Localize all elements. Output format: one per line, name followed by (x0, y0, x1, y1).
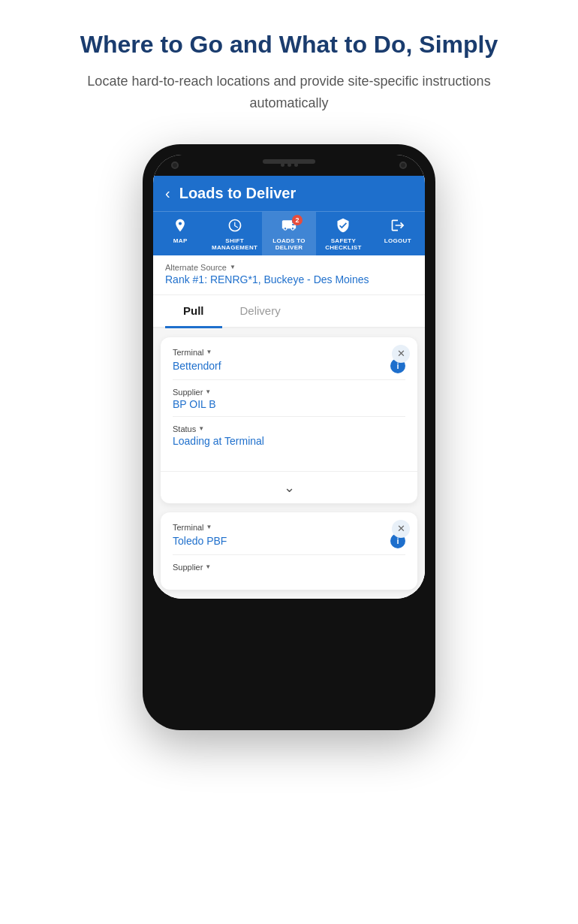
page-subtitle: Locate hard-to-reach locations and provi… (79, 71, 499, 114)
alternate-source-dropdown-icon[interactable]: ▼ (230, 264, 236, 270)
header-title: Loads to Deliver (179, 185, 297, 202)
phone-dots (281, 163, 298, 167)
shield-icon (336, 218, 351, 236)
tab-shift[interactable]: SHIFT MANAGEMENT (207, 212, 261, 255)
tab-shift-label: SHIFT MANAGEMENT (210, 237, 258, 251)
supplier-dropdown-icon-1[interactable]: ▼ (205, 388, 211, 395)
terminal-label-2: Terminal ▼ (173, 523, 405, 532)
phone-shell: ‹ Loads to Deliver MAP (143, 144, 435, 730)
sub-tabs: Pull Delivery (153, 295, 425, 328)
back-button[interactable]: ‹ (165, 186, 170, 201)
terminal-value-1: Bettendorf i (173, 358, 405, 380)
card-1-expand[interactable]: ⌄ (161, 471, 417, 503)
app-screen: ‹ Loads to Deliver MAP (153, 176, 425, 599)
supplier-value-1: BP OIL B (173, 398, 405, 417)
phone-dot (287, 163, 291, 167)
supplier-label-2: Supplier ▼ (173, 563, 405, 572)
status-label-1: Status ▼ (173, 424, 405, 433)
terminal-dropdown-icon-1[interactable]: ▼ (206, 349, 212, 355)
phone-top-bar (153, 155, 425, 176)
card-2-content: Terminal ▼ Toledo PBF i Supplier (161, 512, 417, 590)
phone-inner: ‹ Loads to Deliver MAP (153, 155, 425, 599)
terminal-label-1: Terminal ▼ (173, 348, 405, 357)
tab-logout[interactable]: LOGOUT (371, 212, 425, 255)
sub-tab-delivery[interactable]: Delivery (222, 295, 299, 328)
card-1-content: Terminal ▼ Bettendorf i Supplier (161, 337, 417, 471)
terminal-field-1: Terminal ▼ Bettendorf i (173, 348, 405, 380)
supplier-field-2: Supplier ▼ (173, 563, 405, 572)
close-button-2[interactable]: ✕ (392, 520, 410, 538)
supplier-dropdown-icon-2[interactable]: ▼ (205, 563, 211, 570)
tab-loads[interactable]: 2 LOADS TO DELIVER (262, 212, 316, 255)
tab-loads-label: LOADS TO DELIVER (265, 237, 313, 251)
tab-logout-label: LOGOUT (384, 237, 411, 244)
map-icon (173, 218, 188, 236)
loads-badge: 2 (292, 215, 303, 225)
app-header: ‹ Loads to Deliver (153, 176, 425, 211)
terminal-dropdown-icon-2[interactable]: ▼ (206, 524, 212, 530)
tab-safety-label: SAFETY CHECKLIST (319, 237, 367, 251)
alternate-source-label: Alternate Source ▼ (165, 263, 413, 272)
tab-map-label: MAP (173, 237, 188, 244)
phone-dot (281, 163, 284, 167)
logout-icon (390, 218, 405, 236)
expand-chevron-1: ⌄ (284, 479, 295, 496)
status-value-1: Loading at Terminal (173, 435, 405, 453)
close-button-1[interactable]: ✕ (392, 345, 410, 363)
truck-icon: 2 (281, 218, 297, 236)
tab-map[interactable]: MAP (153, 212, 207, 255)
sub-tab-pull[interactable]: Pull (165, 295, 222, 328)
status-dropdown-icon-1[interactable]: ▼ (198, 425, 204, 432)
clock-icon (227, 218, 242, 236)
supplier-field-1: Supplier ▼ BP OIL B (173, 388, 405, 417)
alternate-source-value: Rank #1: RENRG*1, Buckeye - Des Moines (165, 273, 413, 291)
camera-right (399, 162, 407, 169)
nav-tabs: MAP SHIFT MANAGEMENT (153, 211, 425, 255)
alternate-source-section: Alternate Source ▼ Rank #1: RENRG*1, Buc… (153, 255, 425, 295)
status-field-1: Status ▼ Loading at Terminal (173, 424, 405, 453)
phone-speaker (263, 159, 315, 164)
camera-left (171, 162, 179, 169)
terminal-field-2: Terminal ▼ Toledo PBF i (173, 523, 405, 555)
terminal-value-2: Toledo PBF i (173, 533, 405, 555)
supplier-label-1: Supplier ▼ (173, 388, 405, 397)
page-title: Where to Go and What to Do, Simply (80, 30, 498, 59)
content-area: Alternate Source ▼ Rank #1: RENRG*1, Buc… (153, 255, 425, 599)
load-card-2: ✕ Terminal ▼ Toledo PBF i (161, 512, 417, 590)
tab-safety[interactable]: SAFETY CHECKLIST (316, 212, 370, 255)
load-card-1: ✕ Terminal ▼ Bettendorf i (161, 337, 417, 503)
phone-dot (294, 163, 298, 167)
